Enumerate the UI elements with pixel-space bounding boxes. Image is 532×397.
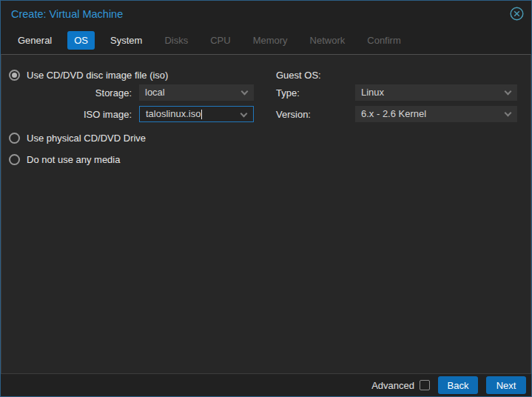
- storage-value: local: [145, 87, 165, 98]
- wizard-tabbar: General OS System Disks CPU Memory Netwo…: [1, 27, 531, 54]
- radio-icon[interactable]: [9, 154, 20, 165]
- dialog-footer: Advanced Back Next: [1, 373, 531, 396]
- chevron-down-icon[interactable]: [241, 88, 249, 96]
- iso-image-combobox[interactable]: taloslinux.iso: [139, 106, 254, 122]
- tab-network: Network: [303, 31, 352, 50]
- text-caret: [201, 110, 202, 119]
- os-type-row: Type: Linux: [276, 84, 531, 101]
- iso-image-value: taloslinux.iso: [146, 108, 201, 119]
- storage-label: Storage:: [9, 87, 139, 99]
- os-version-label: Version:: [276, 109, 355, 120]
- chevron-down-icon[interactable]: [505, 110, 512, 117]
- os-tab-panel: Use CD/DVD disc image file (iso) Storage…: [1, 54, 531, 373]
- next-button[interactable]: Next: [486, 376, 526, 394]
- back-button[interactable]: Back: [438, 376, 478, 394]
- chevron-down-icon[interactable]: [240, 110, 248, 118]
- chevron-down-icon[interactable]: [505, 88, 512, 96]
- dialog-title: Create: Virtual Machine: [11, 8, 123, 20]
- advanced-checkbox[interactable]: [420, 380, 430, 390]
- radio-icon[interactable]: [9, 133, 20, 144]
- os-version-row: Version: 6.x - 2.6 Kernel: [276, 106, 531, 122]
- radio-label: Use physical CD/DVD Drive: [27, 133, 146, 144]
- iso-image-row: ISO image: taloslinux.iso: [9, 106, 268, 122]
- tab-confirm: Confirm: [360, 31, 408, 50]
- close-icon[interactable]: [509, 7, 524, 21]
- os-version-select[interactable]: 6.x - 2.6 Kernel: [355, 106, 517, 122]
- radio-row-no-media[interactable]: Do not use any media: [9, 150, 268, 169]
- os-type-label: Type:: [276, 87, 355, 99]
- tab-disks: Disks: [158, 31, 195, 50]
- tab-memory: Memory: [246, 31, 294, 50]
- os-version-value: 6.x - 2.6 Kernel: [361, 108, 426, 119]
- radio-label: Do not use any media: [27, 154, 120, 165]
- os-type-select[interactable]: Linux: [355, 84, 517, 101]
- media-column: Use CD/DVD disc image file (iso) Storage…: [1, 65, 268, 373]
- tab-cpu: CPU: [203, 31, 237, 50]
- advanced-toggle[interactable]: Advanced: [371, 380, 430, 391]
- radio-row-use-iso[interactable]: Use CD/DVD disc image file (iso): [9, 65, 268, 84]
- advanced-label: Advanced: [371, 380, 414, 391]
- radio-row-use-physical[interactable]: Use physical CD/DVD Drive: [9, 128, 268, 147]
- create-vm-dialog: Create: Virtual Machine General OS Syste…: [0, 0, 532, 397]
- guest-os-column: Guest OS: Type: Linux Version: 6.x - 2.6…: [268, 65, 531, 373]
- storage-select[interactable]: local: [139, 84, 254, 101]
- dialog-titlebar: Create: Virtual Machine: [1, 1, 531, 27]
- storage-row: Storage: local: [9, 84, 268, 101]
- os-type-value: Linux: [361, 87, 384, 98]
- radio-label: Use CD/DVD disc image file (iso): [27, 70, 168, 81]
- tab-system[interactable]: System: [104, 31, 149, 50]
- iso-image-label: ISO image:: [9, 109, 139, 120]
- tab-general[interactable]: General: [11, 31, 58, 50]
- guest-os-heading: Guest OS:: [276, 65, 531, 84]
- radio-icon[interactable]: [9, 70, 20, 81]
- tab-os[interactable]: OS: [67, 31, 95, 50]
